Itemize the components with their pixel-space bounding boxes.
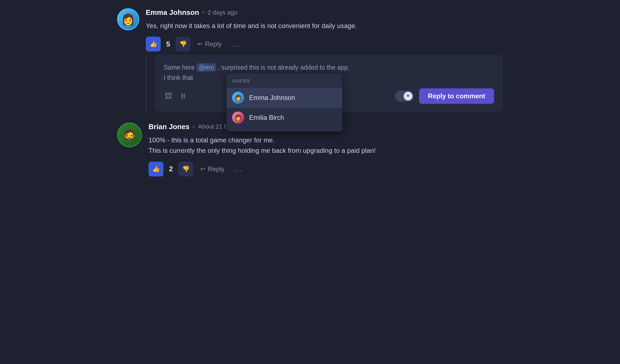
thumbs-down-icon: 👎 bbox=[182, 165, 190, 173]
brian-comment-actions: 👍 2 👎 ↩ Reply ... bbox=[149, 162, 503, 176]
brian-like-count: 2 bbox=[169, 165, 173, 173]
emma-comment: 👩 Emma Johnson • 2 days ago Yes, right n… bbox=[117, 8, 503, 51]
thumbs-down-icon: 👎 bbox=[179, 40, 187, 48]
brian-reply-button[interactable]: ↩ Reply bbox=[198, 164, 227, 175]
emma-comment-text: Yes, right now it takes a lot of time an… bbox=[146, 21, 503, 31]
user-dropdown: USERS 👩 Emma Johnson 👩 Emilia Birch bbox=[227, 74, 342, 131]
emma-like-button[interactable]: 👍 bbox=[146, 37, 161, 51]
dropdown-user-emilia[interactable]: 👩 Emilia Birch bbox=[227, 108, 342, 127]
comment-section: 👩 Emma Johnson • 2 days ago Yes, right n… bbox=[117, 8, 503, 176]
reply-label: Reply bbox=[205, 40, 222, 48]
emma-comment-actions: 👍 5 👎 ↩ Reply ... bbox=[146, 37, 503, 51]
reply-arrow-icon: ↩ bbox=[200, 165, 205, 173]
dropdown-emma-name: Emma Johnson bbox=[249, 94, 295, 102]
mention-tag[interactable]: @em bbox=[196, 63, 216, 72]
compose-text-after: , surprised this is not already added to… bbox=[218, 64, 350, 71]
emma-comment-header: Emma Johnson • 2 days ago bbox=[146, 8, 503, 17]
dropdown-users-label: USERS bbox=[227, 77, 342, 88]
brian-avatar: 🧔 bbox=[117, 123, 142, 147]
image-tool-button[interactable]: 🖼 bbox=[164, 91, 173, 101]
brian-more-button[interactable]: ... bbox=[232, 163, 246, 175]
reply-arrow-icon: ↩ bbox=[198, 40, 203, 48]
bold-icon: B bbox=[181, 92, 185, 100]
brian-dislike-button[interactable]: 👎 bbox=[178, 162, 193, 176]
emma-comment-time: 2 days ago bbox=[208, 9, 238, 16]
compose-right: 👁 Reply to comment bbox=[395, 88, 494, 104]
thread-line bbox=[146, 55, 147, 112]
emma-avatar: 👩 bbox=[117, 8, 139, 30]
compose-text-before: Same here bbox=[164, 64, 195, 71]
dropdown-emma-avatar: 👩 bbox=[232, 92, 244, 104]
emma-reply-button[interactable]: ↩ Reply bbox=[195, 39, 224, 50]
thumbs-up-icon: 👍 bbox=[152, 165, 160, 173]
visibility-toggle[interactable]: 👁 bbox=[395, 91, 414, 102]
emma-comment-body: Emma Johnson • 2 days ago Yes, right now… bbox=[146, 8, 503, 51]
emma-like-count: 5 bbox=[166, 40, 170, 48]
dropdown-emilia-name: Emilia Birch bbox=[249, 114, 284, 121]
reply-to-comment-button[interactable]: Reply to comment bbox=[419, 88, 494, 104]
brian-more-icon: ... bbox=[234, 165, 243, 173]
dropdown-user-emma[interactable]: 👩 Emma Johnson bbox=[227, 88, 342, 108]
brian-author-name: Brian Jones bbox=[149, 123, 190, 131]
more-icon: ... bbox=[232, 40, 240, 48]
bold-tool-button[interactable]: B bbox=[180, 91, 187, 101]
brian-comment-text: 100% - this is a total game changer for … bbox=[149, 135, 503, 156]
emma-dislike-button[interactable]: 👎 bbox=[176, 37, 190, 51]
thumbs-up-icon: 👍 bbox=[150, 40, 157, 48]
brian-like-button[interactable]: 👍 bbox=[149, 162, 163, 176]
brian-text-line1: 100% - this is a total game changer for … bbox=[149, 136, 275, 144]
reply-compose-area: Same here @em , surprised this is not al… bbox=[155, 55, 503, 112]
brian-reply-label: Reply bbox=[207, 165, 224, 173]
reply-thread-container: Same here @em , surprised this is not al… bbox=[146, 55, 503, 112]
compose-tools: 🖼 B bbox=[164, 91, 187, 101]
compose-text-line2-before: I think that bbox=[164, 74, 193, 81]
emma-author-name: Emma Johnson bbox=[146, 8, 199, 17]
brian-text-line2: This is currently the only thing holding… bbox=[149, 147, 376, 154]
eye-icon: 👁 bbox=[406, 94, 410, 99]
emma-more-button[interactable]: ... bbox=[229, 38, 243, 50]
dropdown-emilia-avatar: 👩 bbox=[232, 112, 244, 124]
image-icon: 🖼 bbox=[165, 92, 172, 100]
